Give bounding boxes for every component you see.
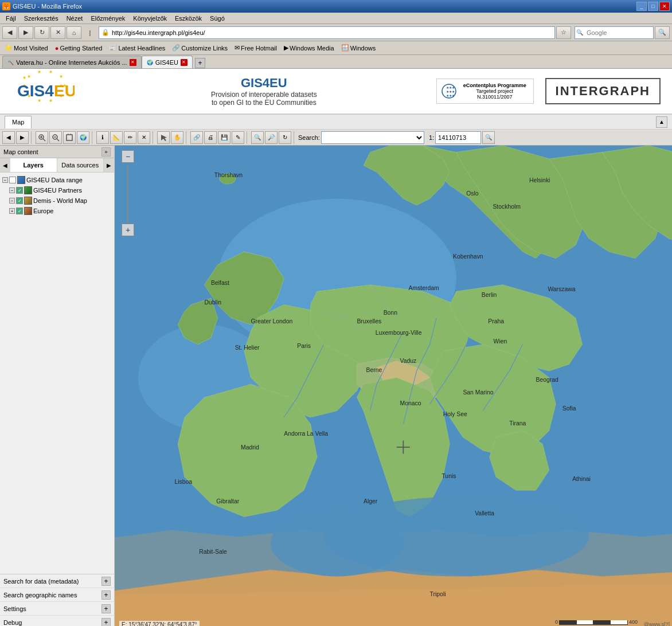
maximize-btn[interactable]: □	[648, 2, 658, 11]
bookmark-windows[interactable]: 🪟 Windows	[339, 44, 378, 52]
print-btn[interactable]: 🖨	[204, 131, 217, 144]
checkbox-demis-world[interactable]: ✓	[16, 197, 23, 204]
menu-file[interactable]: Fájl	[2, 14, 19, 22]
svg-text:Amsterdam: Amsterdam	[409, 285, 439, 291]
gis-header: ★ ★ ★ ★ ★ ★ ★ ★ ★ ★ ★ ★ GIS4 EU	[0, 69, 672, 115]
layer-item-gis4eu-partners[interactable]: − ✓ GIS4EU Partners	[2, 185, 112, 195]
select-btn[interactable]	[157, 131, 170, 144]
zoom-in-btn[interactable]	[36, 131, 48, 144]
expand-demis-world[interactable]: −	[9, 198, 15, 204]
layer-tab-next[interactable]: ▶	[104, 158, 114, 172]
stop-button[interactable]: ✕	[50, 26, 65, 39]
tab-gis4eu-close[interactable]: ✕	[181, 59, 187, 66]
zoom-out-btn[interactable]	[49, 131, 62, 144]
tabs-bar: 🔨 Vatera.hu - Online Internetes Aukciós …	[0, 55, 672, 69]
tab-data-sources[interactable]: Data sources	[57, 158, 104, 172]
zoom-plus-btn[interactable]: 🔍	[251, 131, 264, 144]
info-tool-btn[interactable]: ℹ	[96, 131, 109, 144]
debug-label: Debug	[3, 619, 22, 626]
panel-collapse-btn[interactable]: »	[101, 147, 111, 156]
minimize-btn[interactable]: _	[636, 2, 647, 11]
zoom-minus-btn[interactable]: 🔎	[265, 131, 278, 144]
intergraph-logo: INTERGRAPH	[545, 78, 661, 104]
svg-text:★: ★	[37, 71, 41, 75]
search-geo-names-item[interactable]: Search geographic names +	[0, 588, 114, 602]
bookmark-latest-headlines[interactable]: 📰 Latest Headlines	[107, 44, 167, 52]
layer-item-europe[interactable]: + ✓ Europe	[2, 206, 112, 216]
home-button[interactable]: ⌂	[67, 26, 81, 39]
bookmark-windows-media[interactable]: ▶ Windows Media	[282, 44, 337, 52]
debug-item[interactable]: Debug +	[0, 616, 114, 626]
svg-point-51	[271, 510, 403, 577]
draw-btn[interactable]: ✏	[124, 131, 136, 144]
search-select[interactable]	[321, 131, 424, 144]
save-btn[interactable]: 💾	[218, 131, 230, 144]
bookmark-star-btn[interactable]: ☆	[556, 26, 571, 39]
checkbox-gis4eu-partners[interactable]: ✓	[16, 187, 23, 194]
menu-help[interactable]: Súgó	[206, 14, 228, 22]
menu-bookmarks[interactable]: Könyvjelzők	[130, 14, 170, 22]
tab-vatera-close[interactable]: ✕	[130, 59, 136, 66]
zoom-slider[interactable]	[127, 165, 128, 222]
bookmark-getting-started[interactable]: ● Getting Started	[53, 44, 105, 52]
menu-edit[interactable]: Szerkesztés	[21, 14, 62, 22]
close-btn[interactable]: ✕	[659, 2, 670, 11]
menu-view[interactable]: Nézet	[63, 14, 87, 22]
zoom-out-control[interactable]: +	[122, 224, 134, 236]
forward-tool-btn[interactable]: ▶	[16, 131, 29, 144]
search-go-btn[interactable]: 🔍	[655, 26, 670, 39]
back-button[interactable]: ◀	[2, 26, 17, 39]
checkbox-gis4eu-data[interactable]	[9, 177, 16, 183]
layer-item-gis4eu-data[interactable]: − GIS4EU Data range	[2, 175, 112, 185]
search-metadata-item[interactable]: Search for data (metadata) +	[0, 574, 114, 588]
menu-history[interactable]: Előzmények	[87, 14, 128, 22]
scale-input[interactable]	[435, 131, 481, 144]
bookmark-free-hotmail[interactable]: ✉ Free Hotmail	[232, 44, 279, 52]
layer-label-gis4eu-partners: GIS4EU Partners	[33, 187, 82, 194]
checkbox-europe[interactable]: ✓	[16, 208, 23, 214]
window-controls[interactable]: _ □ ✕	[636, 2, 670, 11]
svg-text:Madrid: Madrid	[241, 444, 259, 451]
debug-plus[interactable]: +	[101, 618, 111, 627]
delete-btn[interactable]: ✕	[138, 131, 150, 144]
search-metadata-plus[interactable]: +	[101, 577, 111, 586]
pan-btn[interactable]: ✋	[171, 131, 183, 144]
expand-gis4eu-data[interactable]: −	[2, 177, 8, 183]
svg-text:★: ★	[27, 74, 31, 79]
scale-zoom-btn[interactable]: 🔍	[482, 131, 495, 144]
bookmark-customize-links[interactable]: 🔗 Customize Links	[170, 44, 230, 52]
svg-text:Helsinki: Helsinki	[529, 177, 550, 183]
settings-plus[interactable]: +	[101, 604, 111, 613]
layer-item-demis-world[interactable]: − ✓ Demis - World Map	[2, 195, 112, 206]
expand-gis4eu-partners[interactable]: −	[9, 187, 15, 193]
edit-tools-btn[interactable]: ✎	[232, 131, 244, 144]
tab-gis4eu[interactable]: 🌍 GIS4EU ✕	[142, 56, 193, 68]
zoom-extent-btn[interactable]	[63, 131, 76, 144]
map-area[interactable]: Thorshavn Oslo Helsinki Stockholm Kobenh…	[115, 146, 672, 626]
measure-btn[interactable]: 📐	[110, 131, 123, 144]
zoom-in-control[interactable]: −	[122, 150, 134, 163]
tab-vatera[interactable]: 🔨 Vatera.hu - Online Internetes Aukciós …	[2, 56, 142, 68]
address-bar[interactable]: 🔒 http://gis4eu.intergraph.pl/gis4eu/	[99, 26, 555, 39]
menu-tools[interactable]: Eszközök	[171, 14, 205, 22]
browser-icon: 🦊	[2, 2, 10, 10]
new-tab-button[interactable]: +	[195, 58, 205, 68]
map-expand-btn[interactable]: ▲	[656, 116, 667, 128]
map-tab-button[interactable]: Map	[5, 116, 32, 128]
forward-button[interactable]: ▶	[18, 26, 33, 39]
tab-layers[interactable]: Layers	[10, 158, 57, 172]
bookmark-most-visited[interactable]: ⭐ Most Visited	[2, 44, 50, 52]
svg-text:Lisboa: Lisboa	[174, 479, 192, 485]
settings-item[interactable]: Settings +	[0, 602, 114, 616]
expand-europe[interactable]: +	[9, 208, 15, 214]
back-tool-btn[interactable]: ◀	[2, 131, 15, 144]
toolbar-sep6	[294, 131, 296, 144]
full-extent-btn[interactable]: 🌍	[77, 131, 89, 144]
link-btn[interactable]: 🔗	[190, 131, 203, 144]
search-geo-names-plus[interactable]: +	[101, 590, 111, 600]
refresh-btn[interactable]: ↻	[279, 131, 291, 144]
reload-button[interactable]: ↻	[34, 26, 49, 39]
map-content-label: Map content	[3, 148, 38, 155]
search-input[interactable]	[584, 27, 653, 38]
layer-tab-prev[interactable]: ◀	[0, 158, 10, 172]
